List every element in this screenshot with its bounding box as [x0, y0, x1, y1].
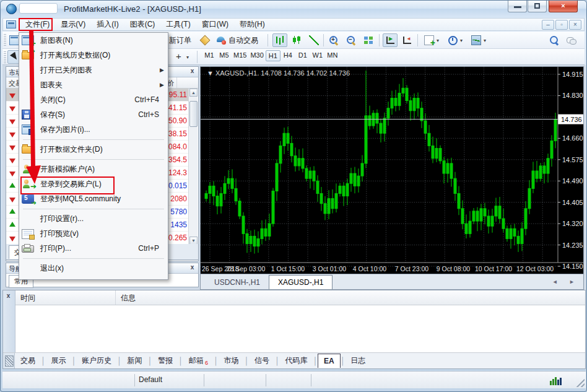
search-button[interactable] — [547, 33, 561, 47]
timeframe-m1[interactable]: M1 — [202, 50, 217, 61]
timeframe-d1[interactable]: D1 — [295, 50, 310, 61]
autotrading-button[interactable]: 自动交易 — [214, 33, 260, 47]
menubar: 文件(F) 显示(V) 插入(I) 图表(C) 工具(T) 窗口(W) 帮助(H… — [2, 18, 585, 31]
timeframe-m30[interactable]: M30 — [248, 50, 265, 61]
menu-insert[interactable]: 插入(I) — [91, 18, 124, 31]
profile-name[interactable]: Default — [139, 375, 162, 384]
menu-item-new-chart[interactable]: 新图表(N) — [19, 33, 168, 48]
timeframe-h4[interactable]: H4 — [280, 50, 295, 61]
menu-item-open-closed[interactable]: 打开已关闭图表▶ — [19, 63, 168, 77]
terminal-tab-6[interactable]: 邮箱 6 — [183, 353, 214, 368]
menu-view[interactable]: 显示(V) — [55, 18, 91, 31]
chart-tab-usdcnhh1[interactable]: USDCNH-,H1 — [206, 276, 269, 289]
menu-item-open-data-folder[interactable]: 打开数据文件夹(D) — [19, 142, 168, 157]
terminal-tab-2[interactable]: 展示 — [46, 353, 72, 368]
menu-item-label: 退出(x) — [40, 263, 64, 274]
close-icon[interactable]: x — [188, 68, 196, 76]
menu-file[interactable]: 文件(F) — [20, 18, 55, 31]
menu-item-close[interactable]: 关闭(C)Ctrl+F4 — [19, 92, 168, 107]
child-close-button[interactable]: × — [569, 20, 581, 30]
column-time[interactable]: 时间 — [15, 290, 116, 305]
tab-divider: │ — [148, 357, 153, 365]
templates-button[interactable]: ▾ — [469, 33, 488, 47]
terminal-tab-9[interactable]: 代码库 — [280, 353, 313, 368]
zoom-out-button[interactable]: − — [344, 33, 358, 47]
menu-separator — [19, 256, 168, 261]
timeframe-m15[interactable]: M15 — [232, 50, 248, 61]
arrow-glyph: ➔ — [30, 182, 37, 191]
arrow-down-icon — [9, 198, 15, 206]
menu-tools[interactable]: 工具(T) — [160, 18, 196, 31]
menu-separator — [19, 157, 168, 162]
menu-item-login-trade[interactable]: ➔登录到交易账户(L) — [19, 176, 168, 191]
chart-tab-xagusdh1[interactable]: XAGUSD-,H1 — [269, 275, 333, 289]
close-icon[interactable]: x — [4, 292, 12, 300]
auto-scroll-button[interactable] — [383, 33, 398, 47]
bid-value: 1435 — [170, 220, 187, 229]
terminal-tab-bar: 交易│展示│账户历史│新闻│警报│邮箱 6│市场│信号│代码库│EA│日志 — [3, 352, 585, 368]
menu-help[interactable]: 帮助(H) — [234, 18, 271, 31]
market-watch-scrollbar[interactable]: ▲ ▼ — [188, 89, 198, 245]
menu-item-save[interactable]: 保存(S)Ctrl+S — [19, 107, 168, 122]
tab-divider: │ — [313, 357, 318, 365]
crosshair-button[interactable]: ▾ — [172, 50, 191, 64]
scroll-up-icon[interactable]: ▲ — [189, 89, 198, 97]
toolbar-drag-handle[interactable] — [4, 51, 6, 64]
scrollbar-thumb[interactable] — [189, 101, 198, 127]
tile-windows-button[interactable] — [362, 33, 375, 47]
menu-window[interactable]: 窗口(W) — [196, 18, 234, 31]
menu-item-open-offline[interactable]: 打开离线历史数据(O) — [19, 48, 168, 63]
terminal-tab-3[interactable]: 账户历史 — [76, 353, 117, 368]
menu-item-profiles[interactable]: 图表夹▶ — [19, 77, 168, 92]
child-window-icon[interactable] — [6, 20, 16, 28]
menu-item-login-mql5[interactable]: 登录到MQL5.community — [19, 191, 168, 206]
chat-button[interactable] — [565, 33, 578, 47]
toolbar-drag-handle[interactable] — [4, 34, 6, 46]
bar-chart-icon — [275, 35, 285, 45]
metaeditor-button[interactable] — [198, 33, 212, 47]
terminal-tab-7[interactable]: 市场 — [219, 353, 245, 368]
restore-button[interactable] — [528, 1, 547, 12]
menu-item-print-preview[interactable]: 打印预览(v) — [19, 226, 168, 241]
bar-chart-mode-button[interactable] — [272, 33, 287, 47]
app-window: ProfitMarketHK-Live2 - [XAGUSD-,H1] × 文件… — [0, 0, 587, 392]
tab-scroll-arrows[interactable]: ◄ ► — [552, 279, 580, 285]
open-offline-icon — [22, 52, 34, 59]
menu-item-print[interactable]: 打印(P)...Ctrl+P — [19, 241, 168, 256]
terminal-tab-11[interactable]: 日志 — [345, 353, 371, 368]
menu-item-print-setup[interactable]: 打印设置(r)... — [19, 211, 168, 226]
menu-item-demo-account[interactable]: +开新模拟帐户(A) — [19, 162, 168, 176]
zoom-out-icon: − — [346, 35, 356, 45]
app-logo-icon — [6, 4, 17, 14]
svg-text:14.490: 14.490 — [562, 177, 583, 185]
timeframe-mn[interactable]: MN — [325, 50, 340, 61]
close-icon[interactable]: x — [188, 264, 196, 272]
minimize-button[interactable] — [508, 1, 527, 12]
resize-grip[interactable] — [575, 377, 585, 387]
periods-button[interactable]: ▾ — [446, 33, 464, 47]
child-minimize-button[interactable]: – — [542, 20, 554, 30]
timeframe-m5[interactable]: M5 — [217, 50, 232, 61]
candlestick-mode-button[interactable] — [290, 33, 303, 47]
price-chart[interactable]: 14.91514.83014.74514.66014.57514.49014.4… — [201, 67, 583, 274]
zoom-in-button[interactable]: + — [327, 33, 341, 47]
chart-shift-button[interactable] — [400, 33, 414, 47]
indicators-button[interactable]: ▾ — [422, 33, 441, 47]
terminal-tab-10[interactable]: EA — [318, 354, 341, 368]
menu-item-save-picture[interactable]: 保存为图片(i)... — [19, 122, 168, 137]
column-message[interactable]: 信息 — [116, 290, 585, 305]
terminal-dock-icon[interactable] — [3, 353, 15, 368]
child-restore-button[interactable]: ▫ — [555, 20, 568, 30]
svg-text:10 Oct 17:00: 10 Oct 17:00 — [475, 265, 512, 272]
menu-charts[interactable]: 图表(C) — [124, 18, 161, 31]
menu-item-exit[interactable]: 退出(x) — [19, 261, 168, 276]
timeframe-h1[interactable]: H1 — [266, 50, 280, 61]
terminal-tab-4[interactable]: 新闻 — [122, 353, 148, 368]
terminal-tab-8[interactable]: 信号 — [249, 353, 275, 368]
line-chart-mode-button[interactable] — [307, 33, 321, 47]
close-button[interactable]: × — [549, 1, 578, 12]
timeframe-w1[interactable]: W1 — [310, 50, 325, 61]
terminal-tab-1[interactable]: 交易 — [15, 353, 41, 368]
terminal-tab-5[interactable]: 警报 — [152, 353, 178, 368]
tab-divider: │ — [214, 357, 219, 365]
